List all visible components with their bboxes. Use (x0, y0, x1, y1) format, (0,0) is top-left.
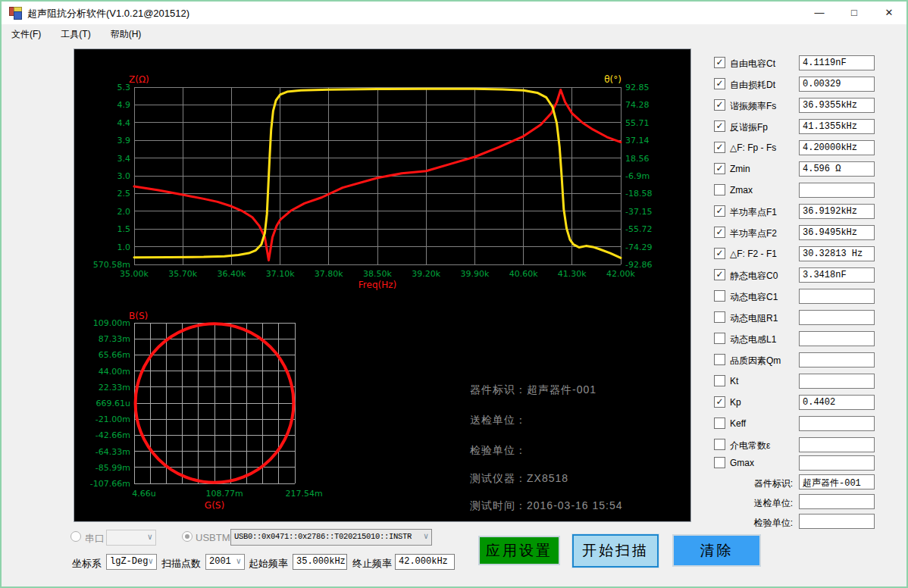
menu-item-0[interactable]: 文件(F) (2, 24, 51, 45)
param-checkbox-8[interactable]: ✓ (714, 227, 725, 238)
chevron-down-icon: ∨ (424, 531, 428, 541)
serial-label: 串口 (85, 532, 105, 546)
param-checkbox-0[interactable]: ✓ (714, 57, 725, 68)
identity-label-1: 送检单位: (709, 497, 793, 510)
plot-panel: 5.392.8535.00k4.974.2835.70k4.455.7136.4… (74, 48, 691, 522)
device-info-line-4: 测试时间：2016-03-16 15:54 (470, 499, 623, 513)
param-value-field-9[interactable]: 30.32813 Hz (799, 246, 875, 261)
apply-settings-button[interactable]: 应用设置 (478, 536, 560, 565)
maximize-button[interactable]: □ (837, 2, 872, 24)
window-title: 超声阻抗分析软件(V1.0.21@201512) (27, 7, 189, 20)
device-info-line-3: 测试仪器：ZX8518 (470, 472, 568, 486)
start-scan-button[interactable]: 开始扫描 (572, 534, 659, 568)
param-label-12: 动态电阻R1 (730, 312, 778, 325)
param-value-field-18[interactable] (799, 437, 875, 452)
param-checkbox-18[interactable] (714, 439, 725, 450)
app-window: 超声阻抗分析软件(V1.0.21@201512) — □ ✕ 文件(F)工具(T… (0, 0, 908, 588)
serial-port-combo[interactable]: ∨ (106, 530, 156, 546)
param-label-17: Keff (730, 418, 746, 429)
param-label-2: 谐振频率Fs (730, 100, 776, 113)
param-checkbox-7[interactable]: ✓ (714, 205, 725, 217)
identity-field-2[interactable] (799, 514, 875, 529)
param-label-9: △F: F2 - F1 (730, 249, 777, 259)
identity-label-0: 器件标识: (709, 477, 793, 490)
param-value-field-14[interactable] (799, 352, 875, 368)
identity-field-1[interactable] (799, 494, 875, 509)
device-info-line-0: 器件标识：超声器件-001 (470, 383, 596, 397)
start-freq-field[interactable]: 35.000kHz (293, 554, 347, 570)
param-value-field-5[interactable]: 4.596 Ω (799, 161, 875, 177)
clear-button[interactable]: 清除 (672, 534, 761, 567)
device-info-line-2: 检验单位： (470, 444, 527, 458)
param-checkbox-6[interactable] (714, 184, 725, 195)
param-checkbox-1[interactable]: ✓ (714, 78, 725, 89)
param-value-field-3[interactable]: 41.1355kHz (799, 119, 875, 134)
param-checkbox-16[interactable]: ✓ (714, 396, 725, 408)
minimize-button[interactable]: — (802, 2, 837, 24)
param-value-field-6[interactable] (799, 183, 875, 198)
param-value-field-0[interactable]: 4.1119nF (799, 55, 875, 70)
param-label-0: 自由电容Ct (730, 58, 775, 70)
close-button[interactable]: ✕ (872, 2, 906, 24)
param-label-8: 半功率点F2 (730, 227, 777, 240)
param-value-field-2[interactable]: 36.9355kHz (799, 98, 875, 113)
param-checkbox-4[interactable]: ✓ (714, 142, 725, 153)
param-value-field-12[interactable] (799, 310, 875, 325)
param-value-field-8[interactable]: 36.9495kHz (799, 225, 875, 240)
param-value-field-13[interactable] (799, 331, 875, 346)
stop-freq-field[interactable]: 42.000kHz (395, 554, 455, 570)
param-checkbox-10[interactable]: ✓ (714, 269, 725, 280)
menu-item-1[interactable]: 工具(T) (51, 24, 100, 45)
param-label-18: 介电常数ε (730, 439, 770, 452)
param-label-13: 动态电感L1 (730, 333, 776, 346)
device-info-overlay: 器件标识：超声器件-001送检单位：检验单位：测试仪器：ZX8518测试时间：2… (74, 49, 690, 521)
usbtmc-address-combo[interactable]: USB0::0x0471::0x2786::T020215010::INSTR∨ (230, 529, 432, 546)
param-value-field-7[interactable]: 36.9192kHz (799, 204, 875, 219)
usbtmc-radio[interactable] (182, 531, 193, 542)
param-label-4: △F: Fp - Fs (730, 142, 776, 153)
identity-field-0[interactable]: 超声器件-001 (799, 474, 875, 489)
param-value-field-4[interactable]: 4.20000kHz (799, 140, 875, 155)
param-checkbox-2[interactable]: ✓ (714, 99, 725, 111)
app-icon (9, 7, 21, 19)
param-label-16: Kp (730, 397, 741, 408)
coord-system-label: 坐标系 (72, 557, 102, 571)
param-label-3: 反谐振Fp (730, 121, 768, 134)
param-checkbox-3[interactable]: ✓ (714, 120, 725, 132)
param-checkbox-19[interactable] (714, 457, 725, 468)
param-value-field-17[interactable] (799, 416, 875, 431)
menu-item-2[interactable]: 帮助(H) (101, 24, 152, 45)
chevron-down-icon: ∨ (236, 556, 241, 566)
start-freq-label: 起始频率 (249, 557, 288, 571)
chevron-down-icon: ∨ (147, 532, 152, 542)
param-label-11: 动态电容C1 (730, 291, 778, 304)
menu-bar: 文件(F)工具(T)帮助(H) (2, 24, 906, 45)
device-info-line-1: 送检单位： (470, 414, 527, 427)
param-value-field-1[interactable]: 0.00329 (799, 77, 875, 92)
coord-system-combo[interactable]: lgZ-Deg∨ (106, 554, 157, 570)
param-value-field-11[interactable] (799, 289, 875, 304)
serial-radio[interactable] (70, 531, 81, 542)
identity-label-2: 检验单位: (709, 517, 793, 530)
param-value-field-10[interactable]: 3.3418nF (799, 267, 875, 283)
param-checkbox-9[interactable]: ✓ (714, 248, 725, 259)
param-checkbox-11[interactable] (714, 290, 725, 302)
param-value-field-16[interactable]: 0.4402 (799, 395, 875, 410)
stop-freq-label: 终止频率 (352, 557, 392, 571)
param-checkbox-17[interactable] (714, 418, 725, 429)
param-value-field-15[interactable] (799, 374, 875, 389)
param-checkbox-15[interactable] (714, 375, 725, 386)
param-checkbox-13[interactable] (714, 333, 725, 344)
title-bar: 超声阻抗分析软件(V1.0.21@201512) — □ ✕ (2, 2, 906, 24)
param-checkbox-12[interactable] (714, 311, 725, 323)
param-label-10: 静态电容C0 (730, 270, 778, 283)
param-label-15: Kt (730, 376, 738, 386)
param-checkbox-14[interactable] (714, 354, 725, 365)
chevron-down-icon: ∨ (148, 556, 153, 566)
param-label-7: 半功率点F1 (730, 206, 777, 219)
scan-points-combo[interactable]: 2001∨ (205, 554, 245, 570)
param-value-field-19[interactable] (799, 455, 875, 471)
param-label-14: 品质因素Qm (730, 355, 781, 368)
scan-points-label: 扫描点数 (161, 557, 201, 571)
param-checkbox-5[interactable]: ✓ (714, 163, 725, 174)
